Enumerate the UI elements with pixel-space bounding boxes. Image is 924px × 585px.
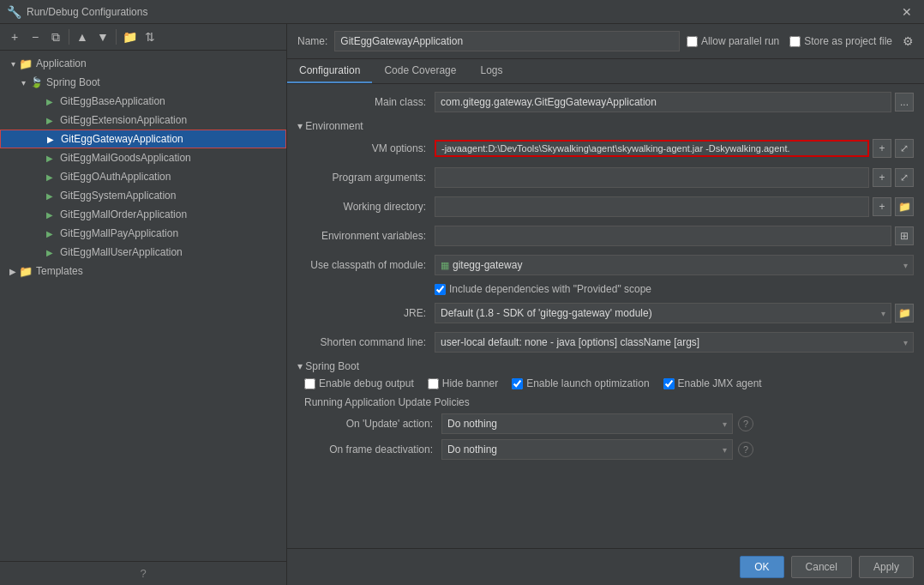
- tree-item-gitegg-system[interactable]: ▶ ▶ GitEggSystemApplication: [0, 186, 286, 205]
- spring-boot-section-header[interactable]: ▾ Spring Boot: [297, 360, 914, 372]
- update-action-help-icon[interactable]: ?: [738, 416, 753, 431]
- tab-logs[interactable]: Logs: [468, 59, 514, 83]
- tree-label-extension: GitEggExtensionApplication: [60, 114, 187, 126]
- tab-configuration[interactable]: Configuration: [287, 59, 372, 83]
- enable-launch-input[interactable]: [512, 378, 523, 389]
- sort-button[interactable]: ⇅: [141, 27, 159, 46]
- move-down-button[interactable]: ▼: [93, 27, 112, 46]
- app-icon-mallpay: ▶: [43, 226, 57, 240]
- tree-item-gitegg-mailgoods[interactable]: ▶ ▶ GitEggMailGoodsApplication: [0, 148, 286, 167]
- shorten-cmd-control: user-local default: none - java [options…: [435, 332, 914, 353]
- enable-jmx-input[interactable]: [663, 378, 675, 389]
- tree-label-base: GitEggBaseApplication: [60, 95, 165, 107]
- tree-item-templates[interactable]: ▶ 📁 Templates: [0, 262, 286, 280]
- enable-debug-checkbox[interactable]: Enable debug output: [304, 377, 414, 389]
- right-panel: Name: Allow parallel run Store as projec…: [287, 24, 924, 585]
- allow-parallel-input[interactable]: [687, 36, 698, 47]
- module-select[interactable]: ▦ gitegg-gateway ▾: [435, 255, 914, 275]
- enable-jmx-checkbox[interactable]: Enable JMX agent: [663, 377, 762, 389]
- remove-button[interactable]: −: [26, 27, 45, 46]
- frame-deactivation-select[interactable]: Do nothing ▾: [441, 439, 733, 460]
- hide-banner-checkbox[interactable]: Hide banner: [428, 377, 498, 389]
- program-args-label: Program arguments:: [297, 172, 435, 184]
- folder-button[interactable]: 📁: [120, 27, 139, 46]
- vm-options-label: VM options:: [297, 142, 435, 154]
- enable-debug-input[interactable]: [304, 378, 315, 389]
- working-dir-folder-button[interactable]: 📁: [895, 197, 914, 216]
- ok-button[interactable]: OK: [740, 556, 783, 578]
- include-deps-checkbox[interactable]: Include dependencies with "Provided" sco…: [435, 283, 651, 295]
- tree-label-malluser: GitEggMallUserApplication: [60, 246, 183, 258]
- env-vars-input[interactable]: [435, 226, 891, 246]
- tree-item-spring-boot[interactable]: ▾ 🍃 Spring Boot: [0, 73, 286, 92]
- working-dir-expand-button[interactable]: +: [873, 197, 891, 216]
- store-project-checkbox[interactable]: Store as project file: [789, 35, 892, 47]
- env-vars-label: Environment variables:: [297, 230, 435, 242]
- tab-code-coverage[interactable]: Code Coverage: [372, 59, 468, 83]
- main-class-browse-button[interactable]: ...: [895, 93, 914, 112]
- expand-arrow-spring-boot: ▾: [17, 76, 29, 88]
- tree-item-gitegg-mallorder[interactable]: ▶ ▶ GitEggMallOrderApplication: [0, 205, 286, 224]
- tree-item-gitegg-oauth[interactable]: ▶ ▶ GitEggOAuthApplication: [0, 167, 286, 186]
- env-vars-row: Environment variables: ⊞: [297, 225, 914, 247]
- tree-item-application[interactable]: ▾ 📁 Application: [0, 54, 286, 73]
- include-deps-row: Include dependencies with "Provided" sco…: [297, 283, 914, 295]
- jre-folder-button[interactable]: 📁: [895, 304, 914, 323]
- include-deps-input[interactable]: [435, 284, 446, 295]
- toolbar-separator-2: [116, 29, 117, 45]
- tree-item-gitegg-malluser[interactable]: ▶ ▶ GitEggMallUserApplication: [0, 243, 286, 262]
- vm-options-expand-button[interactable]: +: [873, 139, 891, 158]
- cancel-button[interactable]: Cancel: [791, 556, 852, 578]
- spring-boot-section: ▾ Spring Boot Enable debug output Hide b…: [297, 360, 914, 460]
- shorten-cmd-select[interactable]: user-local default: none - java [options…: [435, 332, 914, 353]
- jre-value: Default (1.8 - SDK of 'gitegg-gateway' m…: [441, 307, 652, 319]
- program-args-input[interactable]: [435, 167, 869, 188]
- store-project-input[interactable]: [789, 36, 801, 47]
- enable-launch-label: Enable launch optimization: [526, 377, 649, 389]
- allow-parallel-checkbox[interactable]: Allow parallel run: [687, 35, 779, 47]
- env-vars-control: ⊞: [435, 226, 914, 246]
- jre-label: JRE:: [297, 307, 435, 319]
- tree-item-gitegg-gateway[interactable]: ▶ ▶ GitEggGatewayApplication: [0, 130, 286, 148]
- hide-banner-input[interactable]: [428, 378, 439, 389]
- name-input[interactable]: [334, 31, 680, 51]
- update-action-value: Do nothing: [447, 418, 497, 430]
- allow-parallel-label: Allow parallel run: [701, 35, 779, 47]
- gear-button[interactable]: ⚙: [903, 34, 914, 48]
- classpath-label: Use classpath of module:: [297, 259, 435, 271]
- classpath-control: ▦ gitegg-gateway ▾: [435, 255, 914, 275]
- name-label: Name:: [297, 35, 327, 47]
- copy-button[interactable]: ⧉: [46, 27, 65, 46]
- classpath-row: Use classpath of module: ▦ gitegg-gatewa…: [297, 254, 914, 276]
- update-action-row: On 'Update' action: Do nothing ▾ ?: [304, 413, 914, 434]
- environment-section-header[interactable]: ▾ Environment: [297, 120, 914, 132]
- shorten-cmd-label: Shorten command line:: [297, 336, 435, 348]
- env-vars-browse-button[interactable]: ⊞: [895, 226, 914, 245]
- add-button[interactable]: +: [5, 27, 24, 46]
- jre-select[interactable]: Default (1.8 - SDK of 'gitegg-gateway' m…: [435, 303, 891, 323]
- main-class-input[interactable]: [435, 92, 891, 112]
- vm-options-fullscreen-button[interactable]: ⤢: [895, 139, 914, 158]
- frame-deactivation-row: On frame deactivation: Do nothing ▾ ?: [304, 439, 914, 460]
- tree-item-gitegg-extension[interactable]: ▶ ▶ GitEggExtensionApplication: [0, 111, 286, 130]
- move-up-button[interactable]: ▲: [73, 27, 92, 46]
- close-button[interactable]: ✕: [897, 3, 917, 21]
- tree-item-gitegg-base[interactable]: ▶ ▶ GitEggBaseApplication: [0, 92, 286, 111]
- update-action-select[interactable]: Do nothing ▾: [441, 413, 733, 434]
- program-args-fullscreen-button[interactable]: ⤢: [895, 168, 914, 187]
- tree-label-templates: Templates: [36, 265, 83, 277]
- apply-button[interactable]: Apply: [859, 556, 914, 578]
- tree-item-gitegg-mallpay[interactable]: ▶ ▶ GitEggMallPayApplication: [0, 224, 286, 243]
- enable-launch-checkbox[interactable]: Enable launch optimization: [512, 377, 649, 389]
- help-button[interactable]: ?: [0, 561, 286, 585]
- enable-jmx-label: Enable JMX agent: [678, 377, 762, 389]
- program-args-expand-button[interactable]: +: [873, 168, 891, 187]
- jre-arrow: ▾: [881, 309, 885, 318]
- frame-deactivation-help-icon[interactable]: ?: [738, 442, 753, 457]
- store-project-label: Store as project file: [804, 35, 892, 47]
- program-args-control: + ⤢: [435, 167, 914, 188]
- working-dir-input[interactable]: [435, 196, 869, 217]
- app-icon-oauth: ▶: [43, 170, 57, 184]
- running-policies: Running Application Update Policies On '…: [297, 396, 914, 460]
- tree-area: ▾ 📁 Application ▾ 🍃 Spring Boot ▶ ▶ GitE…: [0, 51, 286, 561]
